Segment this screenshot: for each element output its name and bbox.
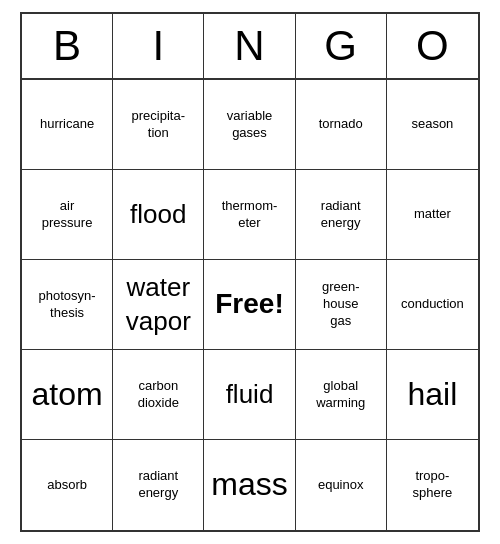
bingo-cell-22: mass: [204, 440, 295, 530]
bingo-cell-18: globalwarming: [296, 350, 387, 440]
bingo-cell-7: thermom-eter: [204, 170, 295, 260]
bingo-cell-20: absorb: [22, 440, 113, 530]
bingo-letter-b: B: [22, 14, 113, 78]
bingo-cell-15: atom: [22, 350, 113, 440]
bingo-letter-i: I: [113, 14, 204, 78]
bingo-cell-6: flood: [113, 170, 204, 260]
bingo-header: BINGO: [22, 14, 478, 80]
bingo-grid: hurricaneprecipita-tionvariablegasestorn…: [22, 80, 478, 530]
bingo-cell-8: radiantenergy: [296, 170, 387, 260]
bingo-cell-14: conduction: [387, 260, 478, 350]
bingo-cell-0: hurricane: [22, 80, 113, 170]
bingo-letter-g: G: [296, 14, 387, 78]
bingo-letter-o: O: [387, 14, 478, 78]
bingo-cell-17: fluid: [204, 350, 295, 440]
bingo-cell-16: carbondioxide: [113, 350, 204, 440]
bingo-cell-5: airpressure: [22, 170, 113, 260]
bingo-cell-4: season: [387, 80, 478, 170]
bingo-cell-19: hail: [387, 350, 478, 440]
bingo-cell-24: tropo-sphere: [387, 440, 478, 530]
bingo-card: BINGO hurricaneprecipita-tionvariablegas…: [20, 12, 480, 532]
bingo-cell-10: photosyn-thesis: [22, 260, 113, 350]
bingo-cell-13: green-housegas: [296, 260, 387, 350]
bingo-cell-11: watervapor: [113, 260, 204, 350]
bingo-letter-n: N: [204, 14, 295, 78]
bingo-cell-2: variablegases: [204, 80, 295, 170]
bingo-cell-12: Free!: [204, 260, 295, 350]
bingo-cell-9: matter: [387, 170, 478, 260]
bingo-cell-23: equinox: [296, 440, 387, 530]
bingo-cell-21: radiantenergy: [113, 440, 204, 530]
bingo-cell-3: tornado: [296, 80, 387, 170]
bingo-cell-1: precipita-tion: [113, 80, 204, 170]
